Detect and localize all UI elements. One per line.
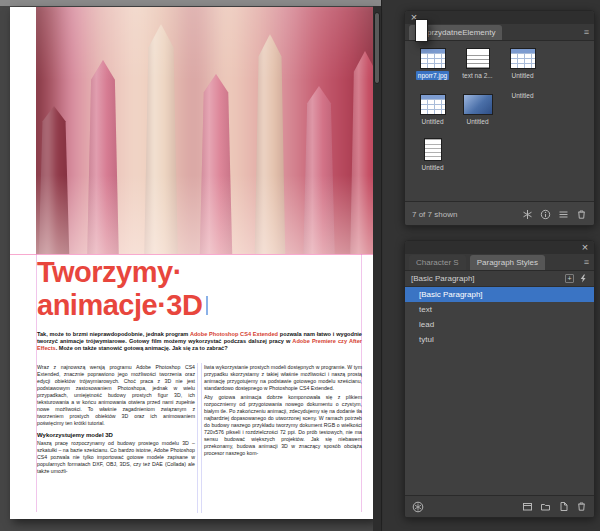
- body-paragraph: Aby gotowa animacja dobrze komponowała s…: [204, 394, 362, 457]
- lipstick-photo-frame[interactable]: [36, 7, 374, 254]
- library-grid: nporr7.jpg text na 2... Untitled Untitle…: [405, 41, 594, 201]
- style-row[interactable]: tytul: [405, 332, 594, 347]
- library-panel: × przydatneElementy ≡ nporr7.jpg text na…: [404, 10, 595, 226]
- library-tab-label: przydatneElementy: [427, 28, 495, 37]
- body-paragraph: Wraz z najnowszą wersją programu Adobe P…: [37, 364, 195, 427]
- lead-text: Tak, może to brzmi nieprawdopodobnie, je…: [37, 331, 190, 337]
- paragraph-styles-panel: × Character S Paragraph Styles ≡ [Basic …: [404, 240, 595, 518]
- library-item-label: Untitled: [464, 117, 490, 126]
- panel-menu-icon[interactable]: ≡: [584, 258, 589, 267]
- styles-footer: [405, 495, 594, 517]
- current-style-row[interactable]: [Basic Paragraph] +: [405, 271, 594, 287]
- text-column-2: liwia wykorzystanie prostych modeli dost…: [204, 364, 362, 475]
- hidden-paragraph-marker: [206, 296, 208, 315]
- new-style-icon[interactable]: [558, 501, 569, 512]
- page-thumbnail: [424, 138, 442, 161]
- title-line-1: Tworzymy·: [37, 256, 182, 288]
- article-title[interactable]: Tworzymy· animacje·3D: [37, 256, 208, 322]
- document-page[interactable]: Tworzymy· animacje·3D Tak, może to brzmi…: [10, 7, 374, 519]
- trash-icon[interactable]: [576, 209, 587, 220]
- library-item[interactable]: Untitled: [410, 91, 455, 137]
- paragraph-styles-tab-label: Paragraph Styles: [477, 258, 538, 267]
- info-icon[interactable]: [540, 209, 551, 220]
- style-row[interactable]: text: [405, 302, 594, 317]
- style-name: text: [419, 305, 432, 314]
- body-paragraph: Naszą pracę rozpoczynamy od budowy prost…: [37, 440, 195, 475]
- vertical-scrollbar[interactable]: [373, 6, 381, 531]
- scrollbar-thumb[interactable]: [374, 12, 380, 84]
- styles-titlebar[interactable]: ×: [405, 241, 594, 254]
- library-item[interactable]: Untitled: [410, 137, 455, 183]
- page-thumbnail: [415, 19, 428, 42]
- folder-icon[interactable]: [540, 501, 551, 512]
- list-icon[interactable]: [558, 209, 569, 220]
- table-thumbnail: [420, 94, 446, 115]
- text-thumbnail: [466, 48, 490, 69]
- library-item[interactable]: nporr7.jpg: [410, 45, 455, 91]
- panel-icon[interactable]: [522, 501, 533, 512]
- image-thumbnail: [463, 94, 493, 115]
- library-status-text: 7 of 7 shown: [412, 210, 457, 219]
- tab-character-styles[interactable]: Character S: [409, 255, 466, 270]
- style-name: lead: [419, 320, 434, 329]
- styles-tabstrip: Character S Paragraph Styles ≡: [405, 254, 594, 271]
- title-line-2: animacje·3D: [37, 289, 202, 321]
- asterisk-icon[interactable]: [522, 209, 533, 220]
- current-style-name: [Basic Paragraph]: [411, 274, 475, 283]
- style-row[interactable]: lead: [405, 317, 594, 332]
- lead-emphasis: Adobe Photoshop CS4 Extended: [190, 331, 278, 337]
- guide-horizontal: [10, 254, 374, 255]
- tab-paragraph-styles[interactable]: Paragraph Styles: [470, 255, 545, 270]
- paragraph-style-list: [Basic Paragraph] text lead tytul: [405, 287, 594, 497]
- indesign-app: Tworzymy· animacje·3D Tak, może to brzmi…: [0, 0, 600, 531]
- library-statusbar: 7 of 7 shown: [405, 201, 594, 226]
- text-column-1: Wraz z najnowszą wersją programu Adobe P…: [37, 364, 195, 475]
- library-item[interactable]: Untitled: [500, 45, 545, 91]
- character-styles-tab-label: Character S: [416, 258, 459, 267]
- panel-menu-icon[interactable]: ≡: [584, 28, 589, 37]
- override-plus-icon[interactable]: +: [565, 274, 574, 283]
- library-item[interactable]: text na 2...: [455, 45, 500, 91]
- library-item[interactable]: Untitled: [500, 91, 545, 137]
- library-item[interactable]: Untitled: [455, 91, 500, 137]
- table-thumbnail: [420, 48, 446, 69]
- lead-text: . Może on także stanowić gotową animację…: [56, 345, 228, 351]
- library-tabstrip: przydatneElementy ≡: [405, 24, 594, 41]
- pasteboard-top: [0, 0, 381, 6]
- library-item-label: Untitled: [509, 91, 535, 100]
- library-item-label: Untitled: [419, 163, 445, 172]
- library-item-label: nporr7.jpg: [416, 71, 449, 80]
- library-item-label: Untitled: [419, 117, 445, 126]
- body-subhead: Wykorzystujemy model 3D: [37, 431, 195, 439]
- lightning-icon[interactable]: [578, 273, 588, 284]
- table-thumbnail: [510, 48, 536, 69]
- close-icon[interactable]: ×: [578, 241, 592, 253]
- library-item-label: Untitled: [509, 71, 535, 80]
- library-item-label: text na 2...: [460, 71, 494, 80]
- lead-paragraph[interactable]: Tak, może to brzmi nieprawdopodobnie, je…: [37, 331, 362, 352]
- body-text-frame[interactable]: Wraz z najnowszą wersją programu Adobe P…: [37, 364, 362, 475]
- trash-icon[interactable]: [576, 501, 587, 512]
- photo-light-overlay: [36, 7, 374, 254]
- style-name: [Basic Paragraph]: [419, 290, 483, 299]
- asterisk-circle-icon[interactable]: [412, 501, 424, 513]
- document-viewport[interactable]: Tworzymy· animacje·3D Tak, może to brzmi…: [0, 0, 382, 531]
- library-titlebar[interactable]: ×: [405, 11, 594, 24]
- style-row[interactable]: [Basic Paragraph]: [405, 287, 594, 302]
- body-paragraph: liwia wykorzystanie prostych modeli dost…: [204, 364, 362, 392]
- style-name: tytul: [419, 335, 434, 344]
